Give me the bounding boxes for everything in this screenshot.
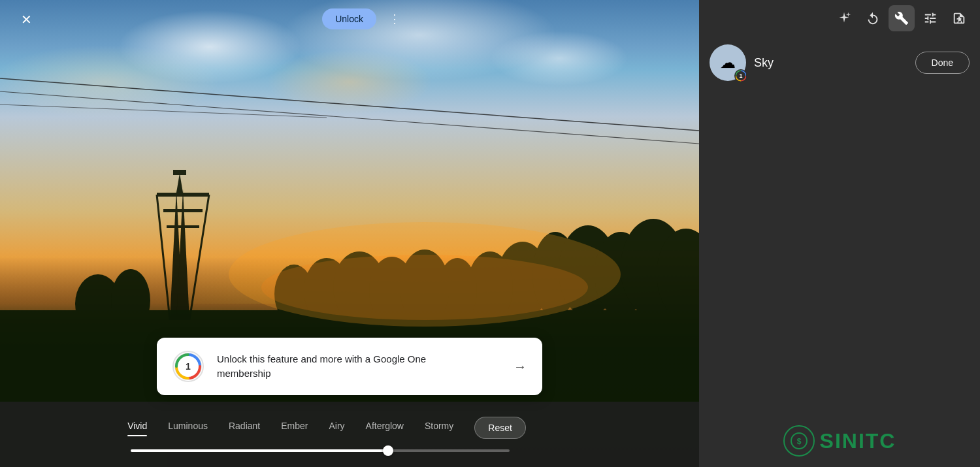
filter-tab-radiant[interactable]: Radiant xyxy=(229,421,260,435)
svg-rect-7 xyxy=(167,225,199,228)
svg-text:1: 1 xyxy=(186,361,191,372)
reset-button[interactable]: Reset xyxy=(474,417,526,439)
svg-point-20 xyxy=(274,265,314,323)
svg-point-15 xyxy=(595,232,647,317)
svg-point-25 xyxy=(75,274,121,333)
svg-marker-3 xyxy=(170,189,183,320)
filter-tab-stormy[interactable]: Stormy xyxy=(425,421,453,435)
sliders-button[interactable] xyxy=(917,5,943,31)
filter-tab-luminous[interactable]: Luminous xyxy=(168,421,208,435)
unlock-text: Unlock this feature and more with a Goog… xyxy=(217,352,500,381)
svg-line-0 xyxy=(0,78,699,131)
right-panel-header: ☁ 1 Sky Done xyxy=(699,37,980,89)
svg-point-34 xyxy=(738,73,744,79)
svg-point-21 xyxy=(304,258,350,323)
svg-rect-5 xyxy=(157,193,209,197)
filter-tab-vivid[interactable]: Vivid xyxy=(127,421,147,435)
rotate-icon xyxy=(866,11,880,25)
edit-button[interactable] xyxy=(889,5,915,31)
scene-svg xyxy=(0,0,699,467)
svg-point-12 xyxy=(497,242,549,320)
close-icon: ✕ xyxy=(21,12,32,27)
filter-tabs: Vivid Luminous Radiant Ember Airy Afterg… xyxy=(0,417,699,439)
unlock-popup: 1 Unlock this feature and more with a Go… xyxy=(157,338,542,395)
photo-background xyxy=(0,0,699,467)
unlock-button[interactable]: Unlock xyxy=(322,8,376,29)
filter-slider[interactable] xyxy=(131,449,510,452)
sparkle-button[interactable] xyxy=(831,5,857,31)
top-toolbar: Unlock ⋮ xyxy=(0,0,418,38)
export-button[interactable] xyxy=(946,5,972,31)
more-options-icon: ⋮ xyxy=(389,12,400,26)
svg-point-17 xyxy=(657,229,699,320)
app-container: Unlock ⋮ ✕ xyxy=(0,0,980,467)
svg-point-24 xyxy=(400,250,449,325)
sliders-icon xyxy=(923,11,938,25)
svg-marker-8 xyxy=(176,173,183,193)
done-button[interactable]: Done xyxy=(915,52,970,74)
unlock-message-line2: membership xyxy=(217,368,271,379)
svg-point-26 xyxy=(111,269,150,332)
badge-svg: 1 xyxy=(736,70,746,82)
notification-badge: 1 xyxy=(734,69,747,82)
slider-fill xyxy=(131,449,388,452)
sky-label: Sky xyxy=(754,56,907,70)
svg-text:1: 1 xyxy=(740,74,742,80)
svg-point-28 xyxy=(229,222,621,327)
filter-tab-airy[interactable]: Airy xyxy=(329,421,344,435)
sky-icon: ☁ xyxy=(720,54,736,72)
svg-line-1 xyxy=(0,91,699,144)
unlock-arrow-button[interactable]: → xyxy=(514,359,527,374)
google-one-circle-svg: 1 xyxy=(174,352,203,381)
right-panel-content xyxy=(699,89,980,467)
svg-rect-9 xyxy=(173,170,186,175)
slider-thumb[interactable] xyxy=(383,445,393,456)
export-icon xyxy=(952,11,966,25)
svg-point-14 xyxy=(559,225,617,317)
svg-marker-4 xyxy=(176,189,189,320)
filter-tab-afterglow[interactable]: Afterglow xyxy=(366,421,404,435)
right-panel: ☁ 1 Sky Done xyxy=(699,0,980,467)
filter-tab-ember[interactable]: Ember xyxy=(281,421,308,435)
svg-point-18 xyxy=(467,251,513,323)
svg-line-10 xyxy=(157,195,170,320)
svg-line-2 xyxy=(0,105,327,118)
google-one-badge: 1 xyxy=(172,351,204,382)
wrench-icon xyxy=(894,11,909,25)
horizon-glow xyxy=(0,206,699,304)
close-button[interactable]: ✕ xyxy=(13,7,39,33)
slider-row xyxy=(0,449,699,452)
sparkle-icon xyxy=(837,11,851,25)
svg-point-13 xyxy=(532,232,578,317)
svg-rect-6 xyxy=(163,209,203,212)
sky-icon-container: ☁ 1 xyxy=(710,44,746,81)
unlock-message: Unlock this feature and more with a Goog… xyxy=(217,353,426,364)
svg-point-19 xyxy=(438,258,477,323)
filter-bar: Vivid Luminous Radiant Ember Airy Afterg… xyxy=(0,402,699,467)
svg-point-29 xyxy=(261,255,588,320)
more-options-button[interactable]: ⋮ xyxy=(382,6,408,32)
svg-point-22 xyxy=(333,251,385,323)
svg-point-23 xyxy=(369,257,415,325)
svg-point-16 xyxy=(621,219,686,317)
rotate-button[interactable] xyxy=(860,5,886,31)
photo-area: Unlock ⋮ ✕ xyxy=(0,0,699,467)
svg-line-11 xyxy=(189,195,209,320)
right-toolbar xyxy=(699,0,980,37)
